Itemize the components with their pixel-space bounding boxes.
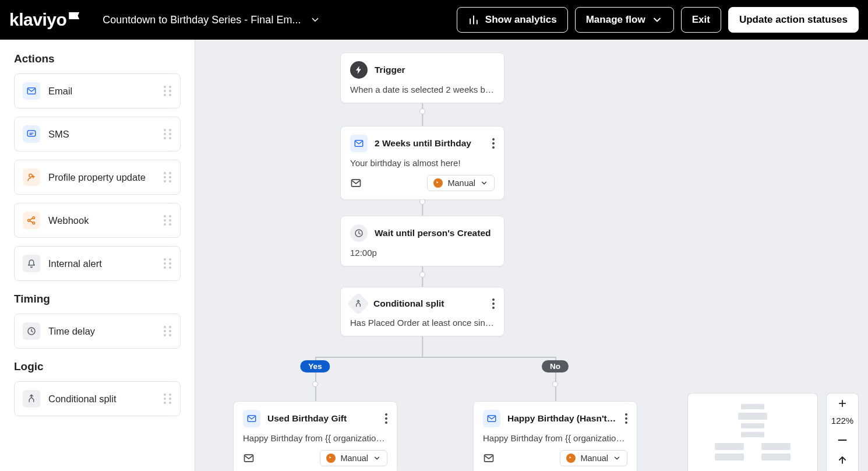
node-email-used-gift[interactable]: Used Birthday Gift Happy Birthday from {…	[233, 401, 397, 471]
mail-icon	[243, 410, 260, 427]
sidebar-heading: Actions	[14, 52, 181, 65]
drag-handle-icon[interactable]	[164, 215, 172, 226]
branch-connector	[315, 357, 555, 358]
minimap-node	[741, 423, 764, 428]
logo-flag-icon	[69, 12, 79, 19]
bar-chart-icon	[468, 14, 479, 26]
node-title: Happy Birthday (Hasn't Used Gift)	[507, 413, 618, 424]
mail-icon	[350, 177, 362, 189]
minimap-node	[715, 454, 744, 461]
drag-handle-icon[interactable]	[164, 326, 172, 336]
arrow-up-icon	[837, 454, 848, 466]
minimap-node	[741, 404, 764, 409]
node-email-2weeks[interactable]: 2 Weeks until Birthday Your birthday is …	[340, 126, 504, 200]
minimap-node	[738, 413, 767, 420]
drag-handle-icon[interactable]	[164, 86, 172, 96]
node-wait[interactable]: Wait until person's Created 12:00p	[340, 216, 504, 266]
status-label: Manual	[580, 454, 608, 463]
zoom-level: 122%	[831, 416, 853, 426]
zoom-out-button[interactable]: −	[837, 431, 848, 449]
bolt-icon	[350, 61, 368, 79]
minimap-node	[761, 443, 791, 450]
status-select[interactable]: Manual	[427, 175, 495, 191]
node-conditional-split[interactable]: Conditional split Has Placed Order at le…	[340, 287, 504, 336]
sidebar-item-label: Time delay	[48, 326, 156, 337]
node-desc: Happy Birthday from {{ organization.name…	[243, 433, 387, 443]
mail-icon	[483, 410, 500, 427]
sidebar-item-label: Webhook	[48, 215, 156, 226]
exit-label: Exit	[692, 14, 710, 26]
mail-icon	[243, 452, 255, 464]
sidebar-item-email[interactable]: Email	[14, 73, 181, 108]
flow-canvas[interactable]: Yes No Trigger When a date is selected 2…	[195, 40, 868, 471]
exit-button[interactable]: Exit	[681, 7, 721, 33]
status-select[interactable]: Manual	[560, 450, 627, 466]
node-email-no-gift[interactable]: Happy Birthday (Hasn't Used Gift) Happy …	[473, 401, 637, 471]
logo[interactable]: klaviyo	[9, 10, 79, 30]
update-statuses-button[interactable]: Update action statuses	[728, 7, 859, 33]
node-desc: Your birthday is almost here!	[350, 158, 495, 168]
app-header: klaviyo Countdown to Birthday Series - F…	[0, 0, 868, 40]
update-statuses-label: Update action statuses	[739, 14, 848, 26]
minimap[interactable]	[687, 393, 818, 471]
sidebar-item-sms[interactable]: SMS	[14, 117, 181, 152]
zoom-in-button[interactable]: +	[838, 396, 846, 410]
sidebar-heading: Logic	[14, 360, 181, 373]
manage-flow-button[interactable]: Manage flow	[575, 7, 674, 33]
chevron-down-icon	[613, 454, 621, 462]
minimap-node	[761, 454, 791, 461]
node-desc: Happy Birthday from {{ organization.name…	[483, 433, 627, 443]
drag-handle-icon[interactable]	[164, 258, 172, 269]
person-icon	[23, 168, 40, 186]
node-menu-button[interactable]	[492, 297, 495, 311]
status-label: Manual	[340, 454, 368, 463]
node-title: Used Birthday Gift	[267, 413, 378, 424]
header-actions: Show analytics Manage flow Exit Update a…	[457, 7, 859, 33]
logo-text: klaviyo	[9, 10, 66, 30]
connector-add[interactable]	[312, 381, 318, 387]
node-title: Conditional split	[373, 298, 485, 309]
chevron-down-icon	[310, 15, 320, 25]
drag-handle-icon[interactable]	[164, 172, 172, 182]
minimap-node	[715, 443, 744, 450]
sidebar-item-label: Conditional split	[48, 393, 156, 405]
mail-icon	[483, 452, 495, 464]
status-dot-icon	[433, 178, 443, 188]
node-menu-button[interactable]	[385, 412, 387, 426]
sidebar-item-label: Profile property update	[48, 172, 156, 183]
chevron-down-icon	[651, 14, 663, 26]
sidebar-item-label: Email	[48, 86, 156, 97]
node-trigger[interactable]: Trigger When a date is selected 2 weeks …	[340, 52, 504, 103]
status-dot-icon	[326, 454, 336, 463]
show-analytics-button[interactable]: Show analytics	[457, 7, 568, 33]
split-icon	[347, 292, 370, 315]
zoom-controls: + 122% −	[826, 393, 859, 471]
share-icon	[23, 212, 40, 229]
split-icon	[23, 390, 40, 407]
branch-no-pill: No	[542, 360, 569, 372]
drag-handle-icon[interactable]	[164, 129, 172, 139]
sidebar-item-delay[interactable]: Time delay	[14, 314, 181, 349]
show-analytics-label: Show analytics	[485, 14, 557, 26]
status-select[interactable]: Manual	[320, 450, 387, 466]
node-desc: 12:00p	[350, 248, 495, 258]
node-desc: Has Placed Order at least once since sta…	[350, 318, 495, 328]
manage-flow-label: Manage flow	[586, 14, 645, 26]
sidebar-item-alert[interactable]: Internal alert	[14, 246, 181, 281]
connector-add[interactable]	[419, 108, 425, 114]
node-menu-button[interactable]	[492, 136, 495, 150]
clock-icon	[23, 322, 40, 340]
sidebar-item-split[interactable]: Conditional split	[14, 381, 181, 416]
flow-title-text: Countdown to Birthday Series - Final Em.…	[103, 14, 301, 26]
zoom-fit-button[interactable]	[837, 454, 848, 468]
flow-title-dropdown[interactable]: Countdown to Birthday Series - Final Em.…	[103, 14, 457, 26]
node-menu-button[interactable]	[625, 412, 627, 426]
chevron-down-icon	[373, 454, 381, 462]
connector-add[interactable]	[552, 381, 558, 387]
connector-add[interactable]	[419, 272, 425, 277]
clock-icon	[350, 224, 368, 242]
node-title: Wait until person's Created	[375, 228, 495, 238]
drag-handle-icon[interactable]	[164, 393, 172, 404]
sidebar-item-webhook[interactable]: Webhook	[14, 203, 181, 238]
sidebar-item-profile[interactable]: Profile property update	[14, 160, 181, 195]
